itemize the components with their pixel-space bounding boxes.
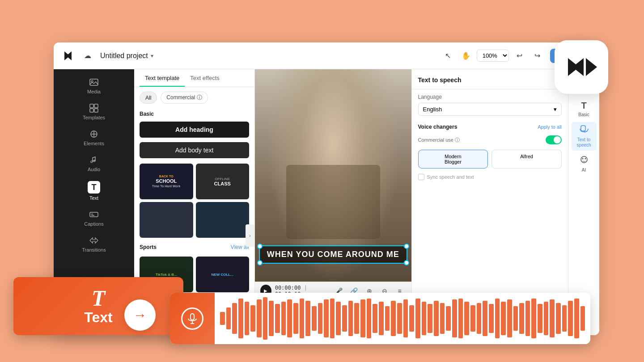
waveform-bar [373, 304, 377, 333]
template-card-back-to-school[interactable]: BACK TO SCHOOL Time To Hard Work [140, 164, 193, 199]
text-label: Text [89, 195, 98, 201]
waveform-bar [544, 302, 549, 335]
app-logo [61, 49, 75, 63]
preset-item-basic[interactable]: T Basic [572, 98, 597, 120]
language-section: Language English ▾ [412, 89, 568, 120]
add-body-text-button[interactable]: Add body text [140, 142, 249, 158]
waveform-bar [513, 306, 518, 330]
waveform-bar [580, 306, 585, 330]
svg-rect-0 [90, 79, 98, 85]
handle-bl[interactable] [257, 260, 263, 265]
waveform-bar [422, 302, 427, 335]
subtitle-box[interactable]: WHEN YOU COME AROUND ME [259, 245, 407, 264]
waveform-bar [495, 299, 500, 338]
svg-point-16 [582, 158, 583, 160]
waveform-bar [324, 299, 329, 337]
tab-text-effects[interactable]: Text effects [185, 69, 225, 87]
zoom-select[interactable]: 100% 75% 50% [477, 50, 509, 62]
waveform-bar [232, 303, 237, 334]
template-grid: BACK TO SCHOOL Time To Hard Work OFFLINE… [134, 160, 254, 241]
filter-commercial-button[interactable]: Commercial ⓘ [161, 92, 208, 104]
voice-alfred[interactable]: Alfred [491, 150, 562, 168]
arrow-circle: → [124, 299, 156, 331]
waveform-bar [360, 299, 365, 337]
waveform-bar [477, 303, 482, 334]
waveform-bar [531, 299, 536, 338]
waveform-bar [250, 305, 255, 332]
audio-label: Audio [88, 167, 100, 172]
svg-rect-14 [581, 126, 585, 131]
sidebar-item-captions[interactable]: Captions [54, 205, 134, 231]
transitions-icon [89, 236, 99, 245]
mic-icon [181, 307, 203, 330]
waveform-bar [507, 299, 512, 337]
basic-section-label: Basic [134, 108, 254, 120]
voice-changers-title: Voice changers [418, 124, 458, 130]
basic-text-icon: T [581, 101, 586, 111]
sidebar-item-text[interactable]: T Text [54, 177, 134, 205]
tts-icon [580, 125, 589, 136]
svg-rect-9 [90, 212, 98, 217]
waveform-bar [348, 301, 353, 336]
waveform-bar [519, 303, 524, 334]
template-card-offline-class[interactable]: OFFLINE CLASS [196, 164, 250, 199]
template-card-4[interactable] [196, 202, 250, 238]
arrow-right-icon: → [133, 307, 147, 323]
waveform-bar [470, 305, 475, 332]
handle-br[interactable] [404, 260, 409, 265]
sync-row: Sync speech and text [412, 170, 568, 184]
svg-rect-3 [94, 104, 98, 108]
waveform-bar [312, 306, 317, 330]
preset-item-tts[interactable]: Text tospeech [572, 122, 597, 151]
tts-header: Text to speech × [412, 69, 568, 89]
ai-icon [580, 155, 589, 166]
handle-tr[interactable] [404, 244, 409, 249]
panel-next-arrow[interactable]: › [246, 224, 254, 247]
captions-label: Captions [84, 221, 103, 227]
commercial-use-toggle[interactable] [546, 135, 562, 144]
waveform-bar [293, 303, 298, 334]
cursor-tool-button[interactable]: ↖ [441, 49, 455, 63]
language-select[interactable]: English ▾ [418, 103, 562, 116]
template-card-3[interactable] [140, 202, 193, 238]
waveform-bar [330, 299, 335, 338]
waveform-bar [409, 305, 414, 332]
add-heading-button[interactable]: Add heading [140, 122, 249, 138]
redo-button[interactable]: ↪ [530, 49, 545, 63]
waveform-bar [245, 302, 250, 335]
sidebar-item-templates[interactable]: Templates [54, 99, 134, 125]
waveform-bar [568, 301, 573, 336]
sync-checkbox[interactable] [418, 174, 424, 180]
sidebar-item-media[interactable]: Media [54, 73, 134, 99]
transitions-label: Transitions [82, 247, 106, 253]
ai-label: AI [582, 168, 586, 173]
sports-card-2[interactable]: NEW COLL... [196, 257, 250, 292]
subtitle-text: WHEN YOU COME AROUND ME [267, 250, 399, 259]
sidebar-item-transitions[interactable]: Transitions [54, 231, 134, 257]
apply-to-all-link[interactable]: Apply to all [538, 124, 562, 130]
mic-section [170, 293, 215, 344]
voice-modern-blogger[interactable]: ModernBlogger [418, 150, 488, 168]
preset-item-ai[interactable]: AI [572, 152, 597, 176]
waveform-bar [434, 301, 439, 336]
hand-tool-button[interactable]: ✋ [459, 49, 473, 63]
handle-tl[interactable] [257, 244, 263, 249]
cloud-save-button[interactable]: ☁ [80, 49, 95, 63]
header-tools: ↖ ✋ 100% 75% 50% ↩ ↪ [441, 49, 545, 63]
waveform-bar [257, 299, 262, 337]
svg-rect-5 [94, 109, 98, 112]
undo-button[interactable]: ↩ [513, 49, 527, 63]
basic-label: Basic [578, 112, 589, 118]
filter-all-button[interactable]: All [140, 92, 157, 104]
capcut-logo-overlay [555, 40, 608, 94]
waveform-bar [391, 301, 396, 336]
tab-text-template[interactable]: Text template [140, 69, 185, 87]
sidebar-item-audio[interactable]: Audio [54, 151, 134, 177]
project-name-display[interactable]: Untitled project ▾ [100, 52, 153, 60]
chevron-down-icon: ▾ [151, 53, 153, 59]
alfred-label: Alfred [494, 154, 559, 159]
sidebar-item-elements[interactable]: Elements [54, 125, 134, 151]
sync-label: Sync speech and text [427, 174, 474, 180]
waveform-bar [538, 304, 542, 333]
panel-filters: All Commercial ⓘ [134, 87, 254, 108]
